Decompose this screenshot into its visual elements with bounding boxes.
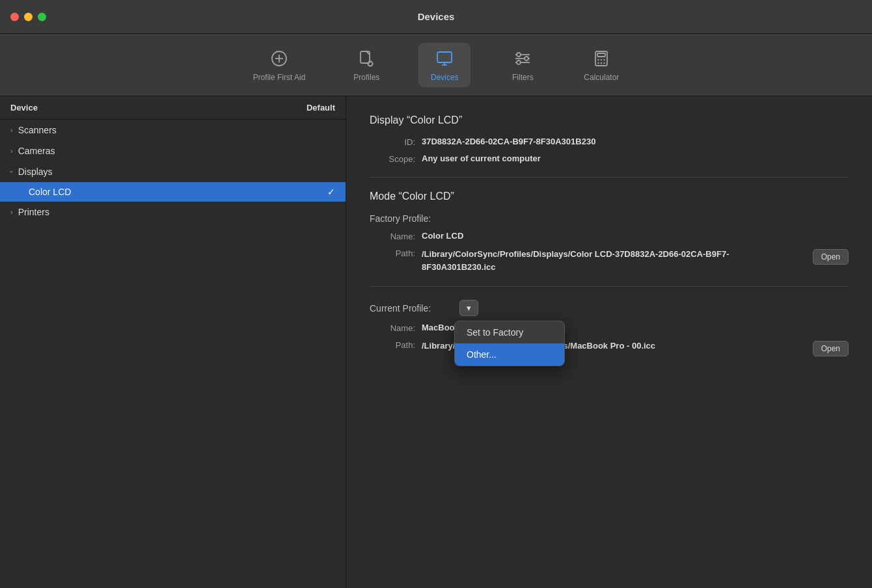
svg-line-10: [372, 65, 373, 66]
svg-rect-13: [437, 52, 452, 62]
toolbar-item-profile-first-aid[interactable]: Profile First Aid: [244, 43, 315, 87]
chevron-right-icon-printers: ›: [10, 208, 13, 216]
dropdown-item-set-to-factory[interactable]: Set to Factory: [455, 321, 564, 343]
main-content: Device Default › Scanners › Cameras: [0, 96, 872, 588]
sidebar-group-header-displays[interactable]: › Displays: [0, 161, 346, 182]
divider-2: [370, 286, 849, 287]
id-label: ID:: [370, 137, 415, 147]
window-controls: [10, 12, 46, 21]
titlebar: Devices: [0, 0, 872, 34]
svg-point-31: [601, 62, 602, 63]
current-path-row: Path: /Library/ColorSync/Profiles/Displa…: [370, 340, 849, 356]
filter-icon: [512, 48, 533, 69]
factory-name-label: Name:: [370, 231, 415, 241]
file-gear-icon: [356, 48, 377, 69]
toolbar-label-devices: Devices: [431, 73, 459, 82]
current-profile-row: Current Profile: ▾ Set to Factory Other.…: [370, 300, 849, 316]
svg-point-17: [525, 57, 528, 60]
toolbar-label-filters: Filters: [512, 73, 534, 82]
svg-point-27: [598, 59, 599, 60]
id-row: ID: 37D8832A-2D66-02CA-B9F7-8F30A301B230: [370, 137, 849, 147]
factory-profile-label: Factory Profile:: [370, 213, 431, 224]
mode-title: Mode “Color LCD”: [370, 191, 849, 202]
factory-name-value: Color LCD: [422, 231, 849, 241]
svg-point-28: [601, 59, 602, 60]
toolbar-item-profiles[interactable]: Profiles: [340, 43, 392, 87]
calculator-icon: [591, 48, 612, 69]
monitor-icon: [434, 48, 455, 69]
factory-path-value: /Library/ColorSync/Profiles/Displays/Col…: [422, 248, 802, 273]
current-profile-dropdown[interactable]: ▾: [459, 300, 478, 316]
sidebar-group-header-cameras[interactable]: › Cameras: [0, 140, 346, 161]
factory-open-button[interactable]: Open: [813, 249, 849, 265]
sidebar-group-label-printers: Printers: [18, 207, 49, 217]
close-button[interactable]: [10, 12, 19, 21]
toolbar-item-calculator[interactable]: Calculator: [575, 43, 628, 87]
maximize-button[interactable]: [38, 12, 46, 21]
sidebar-group-label-displays: Displays: [18, 167, 53, 177]
scope-value: Any user of current computer: [422, 154, 849, 163]
svg-line-9: [368, 61, 369, 62]
display-title: Display “Color LCD”: [370, 114, 849, 126]
sidebar-header-device: Device: [10, 103, 307, 113]
svg-point-30: [598, 62, 599, 63]
factory-path-row: Path: /Library/ColorSync/Profiles/Displa…: [370, 248, 849, 273]
svg-line-12: [368, 65, 369, 66]
svg-rect-26: [597, 53, 605, 57]
current-profile-label: Current Profile:: [370, 302, 454, 314]
scope-label: Scope:: [370, 154, 415, 164]
current-open-button[interactable]: Open: [813, 341, 849, 356]
chevron-down-icon-displays: ›: [8, 170, 16, 173]
sidebar-group-printers[interactable]: › Printers: [0, 202, 346, 222]
toolbar-item-filters[interactable]: Filters: [497, 43, 549, 87]
window-title: Devices: [418, 11, 455, 22]
sidebar-item-color-lcd[interactable]: Color LCD ✓: [0, 182, 346, 202]
checkmark-icon: ✓: [327, 187, 335, 197]
sidebar: Device Default › Scanners › Cameras: [0, 96, 346, 588]
current-profile-dropdown-container: ▾ Set to Factory Other...: [454, 300, 478, 316]
current-name-label: Name:: [370, 323, 415, 333]
toolbar-item-devices[interactable]: Devices: [418, 43, 470, 87]
sidebar-group-scanners[interactable]: › Scanners: [0, 120, 346, 140]
dropdown-menu: Set to Factory Other...: [454, 321, 565, 366]
toolbar-label-profile-first-aid: Profile First Aid: [253, 73, 306, 82]
sidebar-header: Device Default: [0, 96, 346, 120]
current-name-row: Name: MacBook Pro: [370, 323, 849, 333]
id-value: 37D8832A-2D66-02CA-B9F7-8F30A301B230: [422, 137, 849, 146]
chevron-right-icon-cameras: ›: [10, 147, 13, 155]
sidebar-header-default: Default: [307, 103, 335, 113]
svg-point-18: [517, 60, 521, 64]
dropdown-item-other[interactable]: Other...: [455, 343, 564, 366]
svg-point-32: [604, 62, 605, 63]
factory-path-label: Path:: [370, 248, 415, 258]
chevron-right-icon: ›: [10, 126, 13, 134]
divider-1: [370, 177, 849, 178]
svg-line-11: [372, 61, 373, 62]
factory-name-row: Name: Color LCD: [370, 231, 849, 241]
sidebar-group-displays[interactable]: › Displays Color LCD ✓: [0, 161, 346, 202]
sidebar-list: › Scanners › Cameras › Displays C: [0, 120, 346, 588]
plus-circle-icon: [269, 48, 290, 69]
toolbar-label-profiles: Profiles: [353, 73, 379, 82]
minimize-button[interactable]: [24, 12, 33, 21]
toolbar: Profile First Aid Profiles: [0, 34, 872, 96]
sidebar-child-label-color-lcd: Color LCD: [29, 187, 71, 197]
toolbar-label-calculator: Calculator: [584, 73, 619, 82]
mode-section: Mode “Color LCD” Factory Profile: Name: …: [370, 191, 849, 273]
detail-panel: Display “Color LCD” ID: 37D8832A-2D66-02…: [346, 96, 872, 588]
current-path-label: Path:: [370, 340, 415, 350]
scope-row: Scope: Any user of current computer: [370, 154, 849, 164]
svg-point-16: [517, 53, 521, 57]
sidebar-group-header-printers[interactable]: › Printers: [0, 202, 346, 222]
svg-point-29: [604, 59, 605, 60]
sidebar-group-label-cameras: Cameras: [18, 146, 55, 156]
sidebar-group-cameras[interactable]: › Cameras: [0, 140, 346, 161]
sidebar-group-label-scanners: Scanners: [18, 125, 57, 135]
sidebar-group-header-scanners[interactable]: › Scanners: [0, 120, 346, 140]
dropdown-arrow-icon: ▾: [467, 303, 471, 313]
